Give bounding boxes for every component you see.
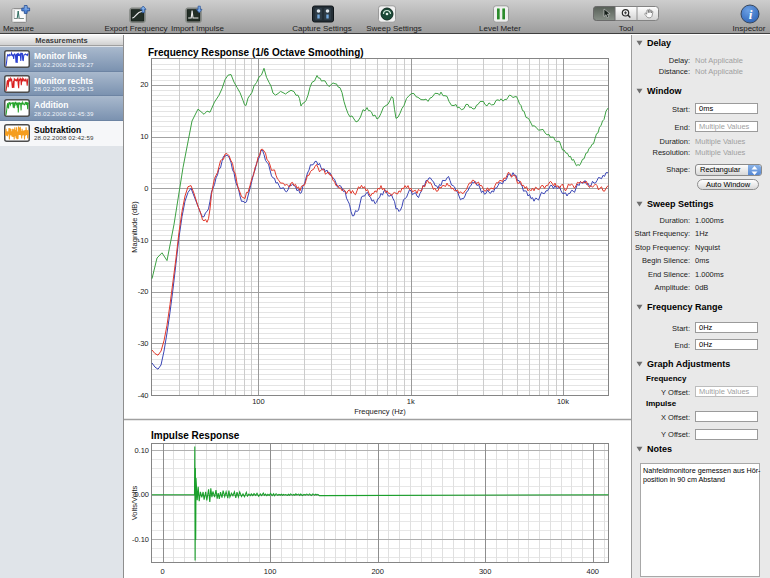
- svg-text:-40: -40: [138, 391, 149, 400]
- svg-text:-0.10: -0.10: [132, 535, 149, 544]
- svg-text:Volts/Volts: Volts/Volts: [130, 485, 139, 520]
- svg-text:Frequency (Hz): Frequency (Hz): [354, 407, 406, 416]
- svg-text:20: 20: [140, 80, 148, 89]
- svg-text:-10: -10: [138, 236, 149, 245]
- svg-text:300: 300: [479, 567, 492, 576]
- svg-text:100: 100: [264, 567, 277, 576]
- svg-text:Frequency Response (1/6 Octave: Frequency Response (1/6 Octave Smoothing…: [148, 47, 364, 58]
- svg-text:10: 10: [140, 132, 148, 141]
- svg-text:10k: 10k: [557, 397, 569, 406]
- svg-text:i: i: [749, 7, 753, 22]
- svg-text:Magnitude (dB): Magnitude (dB): [130, 201, 139, 253]
- svg-text:400: 400: [587, 567, 600, 576]
- svg-text:Impulse Response: Impulse Response: [151, 430, 240, 441]
- svg-text:-20: -20: [138, 287, 149, 296]
- svg-text:-30: -30: [138, 339, 149, 348]
- svg-text:200: 200: [371, 567, 384, 576]
- svg-text:0: 0: [161, 567, 165, 576]
- svg-text:100: 100: [252, 397, 265, 406]
- svg-text:0.10: 0.10: [134, 446, 149, 455]
- svg-text:0: 0: [144, 184, 148, 193]
- svg-text:1k: 1k: [407, 397, 415, 406]
